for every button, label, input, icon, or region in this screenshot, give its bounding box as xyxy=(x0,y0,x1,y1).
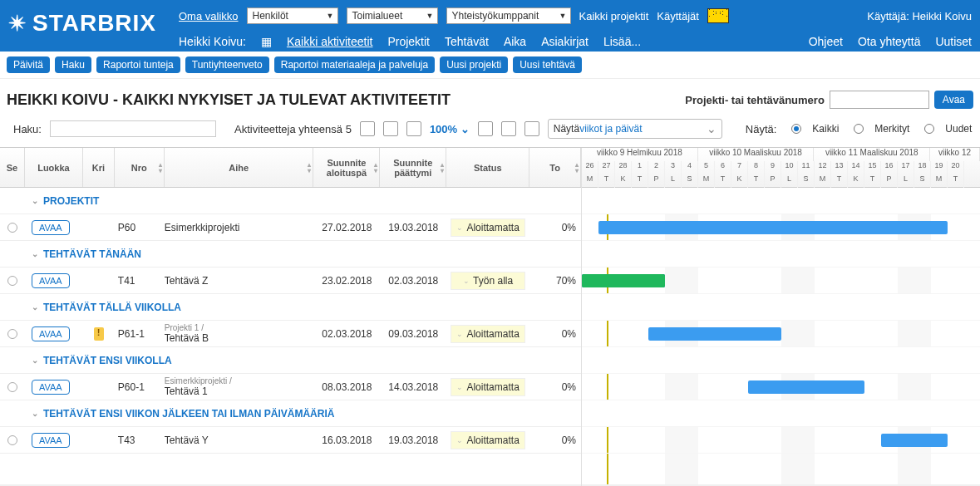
search-input[interactable] xyxy=(50,120,216,137)
cell-status[interactable]: ⌄Aloittamatta xyxy=(451,218,525,237)
nav-uutiset[interactable]: Uutiset xyxy=(935,35,972,48)
link-oma-valikko[interactable]: Oma valikko xyxy=(179,10,239,22)
row-select[interactable] xyxy=(7,329,17,339)
col-luokka[interactable]: Luokka xyxy=(25,148,83,187)
cell-status[interactable]: ⌄Työn alla xyxy=(451,272,525,290)
radio-uudet[interactable] xyxy=(924,124,934,134)
day-cell: 9 xyxy=(765,161,781,174)
pill-haku[interactable]: Haku xyxy=(55,56,91,73)
print-icon[interactable] xyxy=(360,121,375,136)
cell-status[interactable]: ⌄Aloittamatta xyxy=(451,431,525,449)
group-row[interactable]: ⌄TEHTÄVÄT TÄNÄÄN xyxy=(0,241,581,268)
project-search-input[interactable] xyxy=(830,91,929,109)
pill-uusi-tehtava[interactable]: Uusi tehtävä xyxy=(513,56,582,73)
gantt-bar[interactable] xyxy=(648,327,781,341)
pill-raportoi-materiaaleja[interactable]: Raportoi materiaaleja ja palveluja xyxy=(274,56,435,73)
zoom-fit-icon[interactable] xyxy=(524,121,539,136)
nav-projektit[interactable]: Projektit xyxy=(387,35,430,48)
pill-paivita[interactable]: Päivitä xyxy=(7,56,50,73)
cell-end: 02.03.2018 xyxy=(380,275,446,287)
group-row[interactable]: ⌄TEHTÄVÄT TÄLLÄ VIIKOLLA xyxy=(0,294,581,321)
gantt-bar[interactable] xyxy=(881,434,948,447)
link-kaikki-projektit[interactable]: Kaikki projektit xyxy=(579,10,649,22)
zoom-in-icon[interactable] xyxy=(478,121,493,136)
table-row: AVAAT43Tehtävä Y16.03.201819.03.2018⌄Alo… xyxy=(0,427,581,454)
cell-status[interactable]: ⌄Aloittamatta xyxy=(451,378,525,396)
dow-cell: M xyxy=(815,174,831,188)
gantt-header: viikko 9 Helmikuu 2018viikko 10 Maalisku… xyxy=(582,148,980,188)
day-cell: 15 xyxy=(864,161,881,174)
nav-kaikki-aktiviteetit[interactable]: Kaikki aktiviteetit xyxy=(287,35,372,48)
col-aihe[interactable]: Aihe▴▾ xyxy=(165,148,314,187)
pill-uusi-projekti[interactable]: Uusi projekti xyxy=(440,56,508,73)
col-select[interactable]: Se xyxy=(0,148,25,187)
export-icon[interactable] xyxy=(383,121,398,136)
warning-icon xyxy=(94,327,104,341)
gantt-row xyxy=(582,294,980,321)
cell-aihe: Esimerkkiprojekti xyxy=(165,222,314,233)
col-percent[interactable]: To▴▾ xyxy=(529,148,581,187)
col-start[interactable]: Suunnite aloituspä▴▾ xyxy=(313,148,380,187)
nav-ohjeet[interactable]: Ohjeet xyxy=(809,35,843,48)
group-row[interactable]: ⌄PROJEKTIT xyxy=(0,188,581,214)
row-select[interactable] xyxy=(7,223,17,233)
col-status[interactable]: Status xyxy=(446,148,529,187)
cell-percent: 0% xyxy=(529,222,581,233)
dow-cell: S xyxy=(914,174,931,188)
dow-cell: T xyxy=(632,174,648,188)
nav-ota-yhteytta[interactable]: Ota yhteyttä xyxy=(858,35,920,48)
link-kayttajat[interactable]: Käyttäjät xyxy=(657,10,699,22)
day-cell: 26 xyxy=(582,161,598,174)
day-cell: 17 xyxy=(898,161,914,174)
view-select[interactable]: Näytä viikot ja päivät xyxy=(548,119,722,139)
dow-cell: T xyxy=(748,174,765,188)
nav-tehtavat[interactable]: Tehtävät xyxy=(445,35,489,48)
nav-aika[interactable]: Aika xyxy=(504,35,526,48)
cell-percent: 0% xyxy=(529,328,581,340)
day-cell: 14 xyxy=(848,161,864,174)
pill-raportoi-tunteja[interactable]: Raportoi tunteja xyxy=(96,56,180,73)
col-nro[interactable]: Nro▴▾ xyxy=(115,148,165,187)
select-toimialueet[interactable]: Toimialueet xyxy=(347,7,438,24)
group-row[interactable]: ⌄TEHTÄVÄT ENSI VIIKON JÄLKEEN TAI ILMAN … xyxy=(0,400,581,427)
zoom-value[interactable]: 100% ⌄ xyxy=(430,123,470,135)
nav-asiakirjat[interactable]: Asiakirjat xyxy=(541,35,588,48)
radio-kaikki[interactable] xyxy=(791,124,801,134)
show-label: Näytä: xyxy=(746,123,777,135)
search-label: Haku: xyxy=(13,123,42,135)
open-row-button[interactable]: AVAA xyxy=(32,273,70,288)
row-select[interactable] xyxy=(7,435,17,445)
open-row-button[interactable]: AVAA xyxy=(32,220,70,235)
day-cell: 28 xyxy=(615,161,632,174)
radio-merkityt[interactable] xyxy=(854,124,864,134)
open-row-button[interactable]: AVAA xyxy=(32,433,70,448)
dow-cell: P xyxy=(648,174,665,188)
gantt-bar[interactable] xyxy=(598,221,948,234)
day-cell: 5 xyxy=(698,161,715,174)
brand-text: STARBRIX xyxy=(32,10,156,37)
columns-icon[interactable] xyxy=(406,121,421,136)
dow-cell: M xyxy=(582,174,598,188)
select-henkilot[interactable]: Henkilöt xyxy=(247,7,338,24)
week-label: viikko 12 xyxy=(930,148,980,161)
open-row-button[interactable]: AVAA xyxy=(32,380,70,395)
open-row-button[interactable]: AVAA xyxy=(32,326,70,341)
pill-tuntiyhteenveto[interactable]: Tuntiyhteenveto xyxy=(185,56,269,73)
gantt-body[interactable] xyxy=(582,188,980,484)
open-button[interactable]: Avaa xyxy=(934,91,973,109)
zoom-out-icon[interactable] xyxy=(501,121,516,136)
dow-cell: K xyxy=(848,174,864,188)
select-yhteistyokumppanit[interactable]: Yhteistyökumppanit xyxy=(446,7,571,24)
col-kri[interactable]: Kri xyxy=(83,148,115,187)
nav-lisaa[interactable]: Lisää... xyxy=(603,35,641,48)
row-select[interactable] xyxy=(7,382,17,392)
gantt-bar[interactable] xyxy=(748,380,864,394)
group-row[interactable]: ⌄TEHTÄVÄT ENSI VIIKOLLA xyxy=(0,347,581,374)
mail-icon[interactable] xyxy=(707,8,729,23)
cell-status[interactable]: ⌄Aloittamatta xyxy=(451,325,525,343)
row-select[interactable] xyxy=(7,276,17,286)
grid: Se Luokka Kri Nro▴▾ Aihe▴▾ Suunnite aloi… xyxy=(0,147,980,486)
col-end[interactable]: Suunnite päättymi▴▾ xyxy=(380,148,446,187)
logo: ✴ STARBRIX xyxy=(8,10,156,37)
logo-icon: ✴ xyxy=(8,11,27,37)
